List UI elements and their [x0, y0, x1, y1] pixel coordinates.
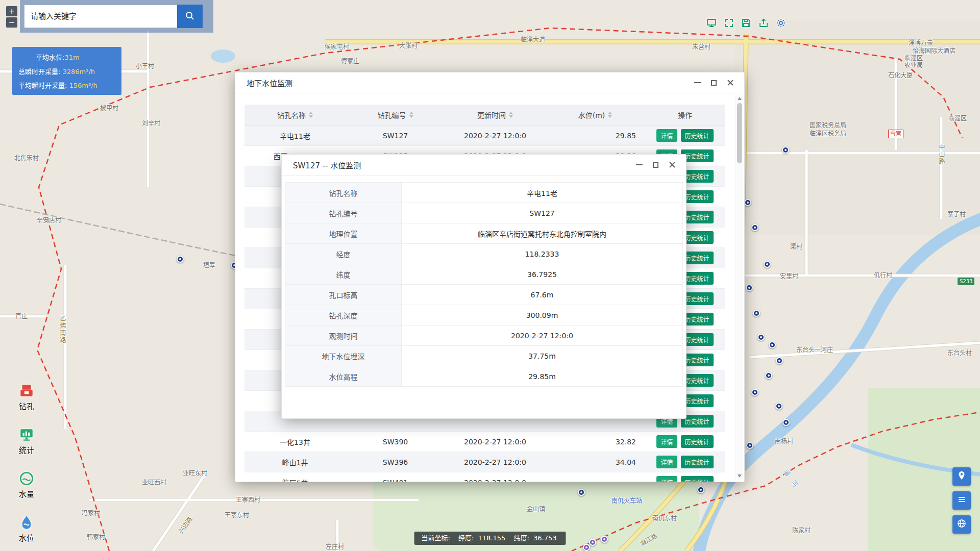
field-label: 地理位置: [285, 223, 402, 243]
column-header-0[interactable]: 钻孔名称: [244, 105, 346, 125]
well-marker[interactable]: [746, 284, 753, 291]
stat-line: 平均瞬时开采量: 156m³/h: [18, 80, 115, 90]
well-marker[interactable]: [697, 486, 704, 493]
detail-button[interactable]: 详情: [656, 129, 677, 142]
well-marker[interactable]: [769, 341, 776, 348]
well-marker[interactable]: [751, 389, 758, 396]
sort-desc-icon[interactable]: [509, 115, 513, 118]
scroll-down-icon[interactable]: [738, 474, 742, 478]
field-value: SW127: [402, 203, 682, 223]
stat-line: 总瞬时开采量: 3286m³/h: [18, 66, 115, 76]
well-marker[interactable]: [776, 357, 783, 364]
well-marker[interactable]: [782, 419, 790, 426]
sort-icon[interactable]: [608, 112, 612, 118]
map-label: 业旺西村: [142, 478, 166, 486]
cell-name: 峰山1井: [244, 452, 346, 472]
poi-marker[interactable]: [601, 536, 608, 543]
field-label: 钻孔编号: [285, 203, 402, 223]
well-marker[interactable]: [757, 334, 765, 341]
field-label: 孔口标高: [285, 285, 402, 305]
well-marker[interactable]: [177, 256, 184, 263]
maximize-icon[interactable]: [711, 79, 717, 87]
map-label: 金山镇: [527, 504, 545, 513]
close-icon[interactable]: [669, 161, 676, 169]
well-marker[interactable]: [753, 310, 760, 317]
map-label: 仉行村: [874, 270, 892, 279]
well-marker[interactable]: [746, 442, 753, 449]
legend-item-stats[interactable]: 统计: [18, 427, 35, 455]
search-input[interactable]: [24, 5, 177, 28]
map-label: 雪宫: [888, 130, 903, 138]
well-marker[interactable]: [744, 199, 751, 206]
history-stats-button[interactable]: 历史统计: [681, 129, 714, 142]
stat-label: 平均瞬时开采量:: [18, 82, 69, 89]
column-header-1[interactable]: 钻孔编号: [346, 105, 445, 125]
detail-button[interactable]: 详情: [656, 476, 677, 482]
well-marker[interactable]: [765, 372, 772, 379]
well-marker[interactable]: [578, 489, 585, 496]
well-marker[interactable]: [782, 146, 789, 154]
map-label: 披甲村: [100, 103, 118, 112]
sort-desc-icon[interactable]: [608, 115, 612, 118]
sort-desc-icon[interactable]: [409, 115, 413, 118]
well-marker[interactable]: [775, 403, 782, 410]
map-label: 东台头一河庄: [796, 345, 833, 354]
legend-item-borehole[interactable]: 钻孔: [18, 383, 35, 411]
column-header-2[interactable]: 更新时间: [445, 105, 545, 125]
map-label: 小王村: [136, 61, 154, 70]
save-icon[interactable]: [741, 18, 751, 28]
history-stats-button[interactable]: 历史统计: [681, 456, 714, 468]
map-label: 陈家村: [792, 525, 811, 534]
search-button[interactable]: [177, 5, 203, 28]
zoom-in-button[interactable]: +: [6, 6, 17, 16]
scroll-up-icon[interactable]: [738, 97, 742, 100]
maximize-icon[interactable]: [653, 161, 658, 169]
stats-icon: [18, 427, 35, 443]
map-label: 韩家村: [87, 532, 105, 541]
detail-row: 地下水位埋深37.75m: [285, 346, 682, 366]
close-icon[interactable]: [727, 79, 734, 87]
table-row: 胶厂5井SW4012020-2-27 12:0:0详情历史统计: [244, 472, 725, 482]
column-label: 更新时间: [477, 110, 506, 120]
poi-marker[interactable]: [583, 544, 590, 551]
layers-list-button[interactable]: [952, 491, 971, 510]
basemap-button[interactable]: [952, 515, 971, 534]
dialog-titlebar[interactable]: SW127 -- 水位监测: [282, 155, 686, 176]
export-icon[interactable]: [758, 18, 769, 28]
latitude-label: 纬度:: [513, 534, 529, 542]
detail-button[interactable]: 详情: [656, 435, 677, 448]
legend-item-level[interactable]: 水位: [18, 514, 35, 543]
field-label: 钻孔名称: [285, 183, 402, 203]
fullscreen-icon[interactable]: [724, 18, 734, 28]
zoom-control: + −: [6, 6, 17, 29]
minimize-icon[interactable]: [694, 79, 701, 87]
legend-item-volume[interactable]: 水量: [18, 470, 35, 499]
history-stats-button[interactable]: 历史统计: [681, 435, 714, 448]
map-label: 渠村: [790, 242, 802, 251]
monitor-icon[interactable]: [706, 18, 717, 28]
poi-marker[interactable]: [589, 539, 596, 546]
sort-asc-icon[interactable]: [409, 112, 413, 114]
locate-button[interactable]: [952, 467, 971, 486]
sort-asc-icon[interactable]: [309, 112, 313, 114]
well-marker[interactable]: [764, 261, 771, 268]
history-stats-button[interactable]: 历史统计: [681, 476, 714, 482]
scrollbar-thumb[interactable]: [737, 103, 742, 163]
vertical-scrollbar[interactable]: [736, 95, 743, 480]
sort-desc-icon[interactable]: [309, 115, 313, 118]
detail-button[interactable]: 详情: [656, 456, 677, 468]
well-marker[interactable]: [751, 224, 758, 231]
column-header-3[interactable]: 水位(m): [545, 105, 645, 125]
zoom-out-button[interactable]: −: [6, 17, 17, 28]
field-label: 纬度: [285, 264, 402, 284]
dialog-titlebar[interactable]: 地下水位监测: [235, 72, 744, 93]
sort-icon[interactable]: [309, 112, 313, 118]
detail-row: 观测时间2020-2-27 12:0:0: [285, 325, 682, 346]
column-label: 钻孔编号: [378, 110, 406, 120]
sort-asc-icon[interactable]: [509, 112, 513, 114]
sort-icon[interactable]: [509, 112, 513, 118]
sort-asc-icon[interactable]: [608, 112, 612, 114]
sort-icon[interactable]: [409, 112, 413, 118]
minimize-icon[interactable]: [636, 161, 643, 169]
settings-icon[interactable]: [776, 18, 786, 28]
